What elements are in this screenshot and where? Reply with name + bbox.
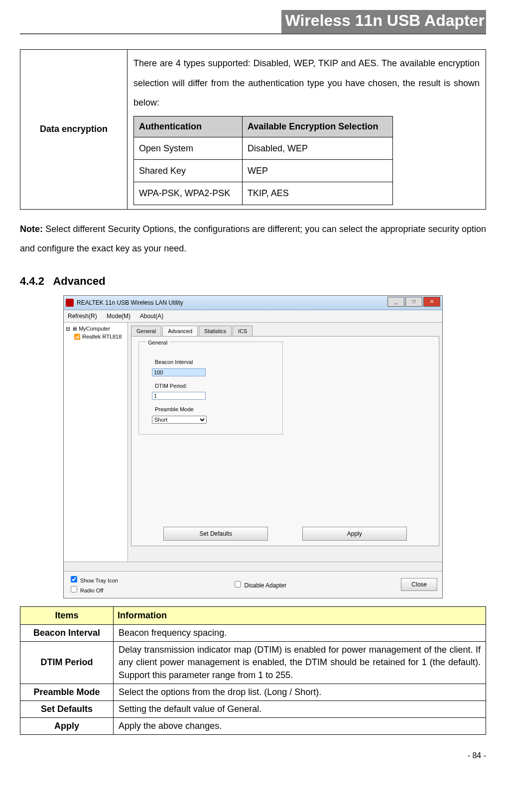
menu-bar: Refresh(R) Mode(M) About(A)	[64, 310, 442, 323]
app-icon	[66, 299, 74, 307]
note-prefix: Note:	[20, 224, 43, 234]
title-bar[interactable]: REALTEK 11n USB Wireless LAN Utility _ □…	[64, 296, 442, 310]
item-name: Beacon Interval	[20, 624, 114, 641]
tab-ics[interactable]: ICS	[233, 326, 253, 337]
show-tray-checkbox[interactable]: Show Tray Icon	[69, 575, 118, 585]
dtim-label: DTIM Period:	[155, 382, 275, 390]
item-info: Setting the default value of General.	[114, 700, 486, 717]
items-header: Items	[20, 606, 114, 624]
encryption-table: Data encryption There are 4 types suppor…	[20, 49, 486, 210]
encryption-label: Data encryption	[20, 50, 127, 210]
scroll-bar[interactable]	[64, 562, 442, 571]
radio-off-checkbox[interactable]: Radio Off	[69, 584, 118, 595]
dtim-period-input[interactable]	[152, 392, 206, 400]
tree-root[interactable]: ⊟ 🖥 MyComputer	[66, 325, 126, 333]
item-info: Select the options from the drop list. (…	[114, 684, 486, 700]
page-number: - 84 -	[20, 750, 486, 762]
page-title: Wireless 11n USB Adapter	[281, 10, 486, 33]
menu-about[interactable]: About(A)	[140, 313, 163, 320]
enc-cell: TKIP, AES	[242, 182, 392, 205]
preamble-mode-select[interactable]: Short	[152, 416, 207, 424]
inner-header-enc: Available Encryption Selection	[242, 116, 392, 137]
menu-mode[interactable]: Mode(M)	[107, 313, 130, 320]
app-window: REALTEK 11n USB Wireless LAN Utility _ □…	[63, 295, 443, 598]
auth-cell: WPA-PSK, WPA2-PSK	[134, 182, 243, 205]
enc-cell: Disabled, WEP	[242, 137, 392, 159]
beacon-interval-input[interactable]	[152, 368, 206, 376]
inner-header-auth: Authentication	[134, 116, 243, 137]
group-label: General	[146, 340, 169, 346]
tree-child[interactable]: 📶 Realtek RTL818	[66, 333, 126, 341]
general-group: General Beacon Interval DTIM Period: Pre…	[138, 342, 283, 435]
tab-advanced[interactable]: Advanced	[162, 326, 198, 337]
enc-cell: WEP	[242, 159, 392, 182]
section-number: 4.4.2	[20, 275, 44, 287]
disable-adapter-checkbox[interactable]: Disable Adapter	[233, 582, 286, 589]
encryption-inner-table: Authentication Available Encryption Sele…	[133, 116, 393, 205]
preamble-label: Preamble Mode	[155, 405, 275, 414]
note-body: Select different Security Options, the c…	[20, 224, 486, 254]
menu-refresh[interactable]: Refresh(R)	[68, 313, 97, 320]
encryption-content: There are 4 types supported: Disabled, W…	[127, 50, 486, 210]
auth-cell: Open System	[134, 137, 243, 159]
item-info: Beacon frequency spacing.	[114, 624, 486, 641]
tab-general[interactable]: General	[131, 326, 161, 337]
tree-pane: ⊟ 🖥 MyComputer 📶 Realtek RTL818	[64, 323, 128, 562]
note-text: Note: Select different Security Options,…	[20, 220, 486, 259]
beacon-label: Beacon Interval	[155, 358, 275, 366]
window-title: REALTEK 11n USB Wireless LAN Utility	[77, 298, 183, 307]
set-defaults-button[interactable]: Set Defaults	[163, 527, 268, 541]
apply-button[interactable]: Apply	[302, 527, 407, 541]
item-info: Apply the above changes.	[114, 718, 486, 735]
item-name: Apply	[20, 718, 114, 735]
item-info: Delay transmission indicator map (DTIM) …	[114, 642, 486, 684]
item-name: Preamble Mode	[20, 684, 114, 700]
information-header: Information	[114, 606, 486, 624]
section-heading: 4.4.2 Advanced	[20, 273, 486, 289]
maximize-button[interactable]: □	[405, 297, 422, 307]
items-table: Items Information Beacon Interval Beacon…	[20, 606, 486, 735]
encryption-intro: There are 4 types supported: Disabled, W…	[133, 54, 480, 113]
minimize-button[interactable]: _	[387, 297, 404, 307]
section-title: Advanced	[53, 275, 105, 287]
auth-cell: Shared Key	[134, 159, 243, 182]
close-window-button[interactable]: ✕	[423, 297, 440, 307]
tab-statistics[interactable]: Statistics	[199, 326, 232, 337]
item-name: Set Defaults	[20, 700, 114, 717]
item-name: DTIM Period	[20, 642, 114, 684]
close-button[interactable]: Close	[401, 578, 437, 591]
